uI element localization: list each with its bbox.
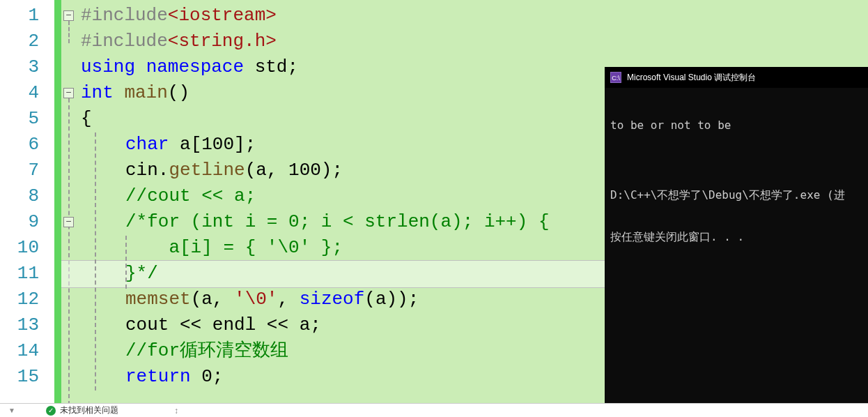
line-number: 2 — [0, 29, 39, 54]
console-line: 按任意键关闭此窗口. . . — [610, 230, 862, 244]
line-number: 6 — [0, 132, 39, 158]
console-title-text: Microsoft Visual Studio 调试控制台 — [627, 72, 756, 84]
fold-toggle-icon[interactable]: − — [63, 10, 74, 21]
fold-guide — [68, 21, 70, 43]
line-number: 14 — [0, 338, 39, 364]
line-number-gutter: 1 2 3 4 5 6 7 8 9 10 11 12 13 14 15 — [0, 0, 54, 403]
nav-arrows-icon[interactable]: ↕ — [174, 406, 178, 416]
line-number: 11 — [0, 261, 39, 287]
line-number: 12 — [0, 287, 39, 312]
chevron-down-icon[interactable]: ▼ — [8, 407, 15, 414]
fold-guide — [68, 98, 70, 405]
fold-toggle-icon[interactable]: − — [63, 88, 74, 98]
console-title-bar[interactable]: C:\ Microsoft Visual Studio 调试控制台 — [605, 67, 868, 88]
line-number: 4 — [0, 80, 39, 106]
line-number: 3 — [0, 54, 39, 80]
code-line[interactable]: #include<string.h> — [78, 29, 868, 54]
fold-toggle-icon[interactable]: − — [63, 217, 74, 227]
line-number: 1 — [0, 3, 39, 29]
line-number: 8 — [0, 183, 39, 209]
console-app-icon: C:\ — [610, 72, 621, 83]
line-number: 5 — [0, 106, 39, 132]
line-number: 15 — [0, 364, 39, 390]
console-line: D:\C++\不想学了\Debug\不想学了.exe (进 — [610, 188, 862, 202]
line-number: 7 — [0, 158, 39, 183]
line-number: 9 — [0, 209, 39, 235]
line-number: 10 — [0, 235, 39, 261]
status-message: 未找到相关问题 — [60, 404, 118, 416]
status-bar: ▼ ✓ 未找到相关问题 ↕ — [0, 403, 868, 417]
status-ok-icon: ✓ — [46, 406, 56, 416]
fold-column[interactable]: − − − — [61, 0, 78, 403]
line-number: 13 — [0, 312, 39, 338]
code-line[interactable]: #include<iostream> — [78, 3, 868, 29]
console-output[interactable]: to be or not to be D:\C++\不想学了\Debug\不想学… — [605, 88, 868, 275]
change-indicator-bar — [54, 0, 61, 403]
debug-console-window[interactable]: C:\ Microsoft Visual Studio 调试控制台 to be … — [605, 67, 868, 403]
console-line: to be or not to be — [610, 119, 862, 132]
